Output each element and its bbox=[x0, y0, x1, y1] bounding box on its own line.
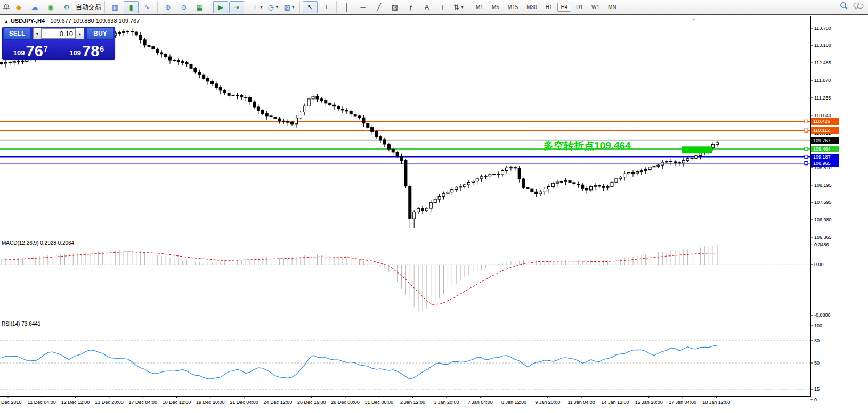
gold-bar-icon[interactable]: ◆ bbox=[11, 1, 26, 13]
vertical-line-button[interactable]: │ bbox=[339, 1, 354, 13]
volume-input[interactable] bbox=[42, 28, 76, 39]
sell-price[interactable]: 109 76 7 bbox=[3, 40, 59, 60]
crosshair-button[interactable]: ＋ bbox=[319, 1, 334, 13]
time-label: 2 Jan 12:00 bbox=[400, 400, 425, 405]
rsi-indicator-label: RSI(14) 73.6441 bbox=[2, 321, 40, 327]
zoom-in-glyph: ⊕ bbox=[165, 3, 171, 11]
chevron-down-icon[interactable]: ▼ bbox=[275, 5, 279, 9]
templates-button[interactable]: ▧▼ bbox=[282, 1, 297, 13]
vertical-line-glyph: │ bbox=[345, 3, 349, 11]
price-level-chip[interactable]: 109.767 bbox=[811, 137, 839, 144]
periods-button[interactable]: ◷▼ bbox=[266, 1, 281, 13]
search-icon[interactable] bbox=[839, 1, 849, 13]
price-level-chip[interactable]: 108.965 bbox=[811, 160, 839, 167]
bar-chart-button[interactable]: ▥ bbox=[108, 1, 123, 13]
toolbar-group-standard: 单◆☁◉⚙自动交易 bbox=[0, 1, 105, 13]
pane-divider-rsi[interactable] bbox=[0, 319, 810, 319]
chevron-down-icon[interactable]: ▼ bbox=[460, 5, 464, 9]
chevron-down-icon[interactable]: ▼ bbox=[291, 5, 295, 9]
horizontal-line-button[interactable]: ─ bbox=[355, 1, 370, 13]
timeframe-h4-button[interactable]: H4 bbox=[557, 3, 572, 12]
trendline-button[interactable]: ╱ bbox=[371, 1, 386, 13]
text-button[interactable]: A bbox=[419, 1, 434, 13]
turning-point-annotation[interactable]: 多空转折点109.464 bbox=[543, 139, 631, 153]
gold-bar-icon-glyph: ◆ bbox=[16, 3, 21, 11]
timeframe-m15-button[interactable]: M15 bbox=[504, 3, 522, 12]
mql5-cloud-icon[interactable]: ☁ bbox=[27, 1, 42, 13]
time-label: 8 Jan 12:00 bbox=[501, 400, 526, 405]
timeframe-d1-button[interactable]: D1 bbox=[572, 3, 587, 12]
toolbar-group-timeframes: M1M5M15M30H1H4D1W1MN bbox=[469, 1, 623, 13]
toolbar-group-objects-add: ＋▼◷▼▧▼ bbox=[247, 1, 300, 13]
signals-icon[interactable]: ◉ bbox=[43, 1, 58, 13]
sell-price-pips: 76 bbox=[26, 44, 43, 58]
scale-drag-marker[interactable]: ▾ bbox=[693, 17, 695, 22]
chart-shift-button[interactable]: ⇥ bbox=[229, 1, 244, 13]
time-label: 7 Jan 04:00 bbox=[468, 400, 493, 405]
rsi-tick-label: 50 bbox=[814, 360, 820, 366]
ohlc-values: 109.677 109.880 109.638 109.767 bbox=[50, 18, 140, 24]
chevron-down-icon[interactable]: ▼ bbox=[259, 5, 263, 9]
equidistant-channel-button[interactable]: ▨ bbox=[387, 1, 402, 13]
rsi-tick-label: 0 bbox=[814, 397, 817, 402]
timeframe-w1-button[interactable]: W1 bbox=[588, 3, 603, 12]
new-order-label: 单 bbox=[3, 3, 10, 12]
price-tick-label: 112.485 bbox=[814, 60, 831, 65]
autotrading-icon[interactable]: ⚙ bbox=[59, 1, 74, 13]
auto-scroll-button[interactable]: ▶ bbox=[213, 1, 228, 13]
price-level-chip[interactable]: 109.187 bbox=[811, 154, 839, 160]
price-tick-label: 113.700 bbox=[814, 26, 831, 31]
price-tick-label: 111.870 bbox=[814, 78, 831, 83]
timeframe-m30-button[interactable]: M30 bbox=[523, 3, 540, 12]
time-label: 3 Jan 20:00 bbox=[434, 400, 459, 405]
cursor-button[interactable]: ↖ bbox=[303, 1, 318, 13]
candlestick-button[interactable]: ▮ bbox=[124, 1, 139, 13]
periods-glyph: ◷ bbox=[268, 3, 274, 11]
autotrading-icon-glyph: ⚙ bbox=[63, 3, 70, 11]
chart-area[interactable]: ▲USDJPY-,H4109.677 109.880 109.638 109.7… bbox=[0, 16, 868, 413]
time-label: 10 Dec 2018 bbox=[0, 400, 22, 405]
time-label: 11 Jan 04:00 bbox=[567, 400, 595, 405]
price-level-chip[interactable]: 109.464 bbox=[811, 146, 839, 152]
one-click-collapse-icon[interactable]: ▲ bbox=[4, 19, 9, 24]
price-tick-label: 106.980 bbox=[814, 217, 832, 222]
rsi-tick-label: 80 bbox=[814, 338, 820, 343]
timeframe-m5-button[interactable]: M5 bbox=[488, 3, 503, 12]
rsi-tick-label: 100 bbox=[814, 323, 822, 328]
chart-shift-glyph: ⇥ bbox=[234, 3, 240, 11]
text-label-button[interactable]: T bbox=[435, 1, 450, 13]
tile-windows-button[interactable]: ▦ bbox=[192, 1, 207, 13]
chart-canvas[interactable] bbox=[0, 16, 868, 413]
timeframe-mn-button[interactable]: MN bbox=[604, 3, 620, 12]
buy-price[interactable]: 109 78 6 bbox=[59, 40, 115, 60]
time-label: 28 Dec 00:00 bbox=[331, 400, 360, 405]
pane-divider-macd[interactable] bbox=[0, 238, 810, 238]
zoom-in-button[interactable]: ⊕ bbox=[160, 1, 175, 13]
line-chart-glyph: ∿ bbox=[144, 3, 150, 11]
volume-increase-button[interactable]: ▲ bbox=[76, 28, 84, 39]
time-label: 18 Dec 12:00 bbox=[163, 400, 191, 405]
timeframe-h1-button[interactable]: H1 bbox=[542, 3, 556, 12]
pane-divider-rsi-2 bbox=[0, 320, 810, 320]
time-label: 21 Dec 04:00 bbox=[230, 400, 258, 405]
fibonacci-glyph: ƒ bbox=[409, 3, 412, 11]
fibonacci-button[interactable]: ƒ bbox=[403, 1, 418, 13]
indicators-button[interactable]: ＋▼ bbox=[250, 1, 265, 13]
price-level-chip[interactable]: 110.112 bbox=[811, 127, 839, 134]
indicators-glyph: ＋ bbox=[252, 2, 258, 12]
buy-button[interactable]: BUY bbox=[87, 27, 113, 40]
rsi-tick-label: 15 bbox=[814, 386, 820, 392]
timeframe-m1-button[interactable]: M1 bbox=[472, 3, 487, 12]
line-chart-button[interactable]: ∿ bbox=[140, 1, 155, 13]
zoom-out-button[interactable]: ⊖ bbox=[176, 1, 191, 13]
chat-icon[interactable] bbox=[853, 2, 864, 12]
price-level-chip[interactable]: 110.426 bbox=[811, 118, 839, 125]
volume-decrease-button[interactable]: ▼ bbox=[33, 28, 42, 39]
toolbar-right bbox=[839, 1, 868, 13]
trade-panel-prices: 109 76 7 109 78 6 bbox=[3, 40, 115, 60]
chart-title: ▲USDJPY-,H4109.677 109.880 109.638 109.7… bbox=[4, 18, 140, 24]
arrows-button[interactable]: ⇅▼ bbox=[451, 1, 466, 13]
buy-price-pips: 78 bbox=[82, 44, 99, 58]
sell-button[interactable]: SELL bbox=[4, 27, 30, 40]
autotrading-label: 自动交易 bbox=[76, 3, 101, 12]
